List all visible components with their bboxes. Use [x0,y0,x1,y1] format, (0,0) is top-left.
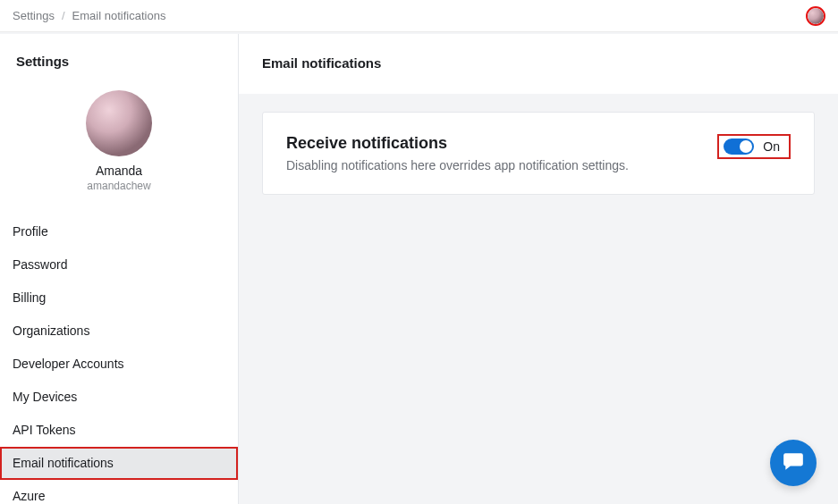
sidebar-item-developer-accounts[interactable]: Developer Accounts [0,348,238,381]
user-avatar-large[interactable] [86,90,152,156]
breadcrumb-root[interactable]: Settings [13,9,55,22]
avatar-image [808,8,824,24]
sidebar-item-my-devices[interactable]: My Devices [0,381,238,414]
card-description: Disabling notifications here overrides a… [286,158,629,172]
sidebar-item-azure[interactable]: Azure [0,480,238,504]
sidebar-nav: Profile Password Billing Organizations D… [0,212,238,504]
chat-icon [782,449,805,476]
toggle-state-label: On [763,139,780,154]
user-block: Amanda amandachew [0,78,238,212]
sidebar-item-profile[interactable]: Profile [0,215,238,248]
sidebar: Settings Amanda amandachew Profile Passw… [0,34,239,504]
receive-notifications-card: Receive notifications Disabling notifica… [262,112,815,195]
toggle-knob [740,140,752,153]
notifications-toggle-group: On [717,134,791,159]
sidebar-item-api-tokens[interactable]: API Tokens [0,414,238,447]
chat-widget-button[interactable] [770,440,817,486]
sidebar-item-billing[interactable]: Billing [0,281,238,315]
user-avatar-small[interactable] [806,6,825,26]
breadcrumb-separator: / [62,9,65,22]
sidebar-item-email-notifications[interactable]: Email notifications [0,447,238,480]
card-title: Receive notifications [286,134,629,153]
user-display-name: Amanda [96,164,142,178]
sidebar-title: Settings [16,54,222,69]
content-area: Email notifications Receive notification… [239,34,838,504]
breadcrumb-current: Email notifications [72,9,166,22]
breadcrumb: Settings / Email notifications [13,9,165,22]
page-title: Email notifications [262,55,815,71]
sidebar-item-organizations[interactable]: Organizations [0,315,238,348]
notifications-toggle[interactable] [724,139,754,155]
sidebar-item-password[interactable]: Password [0,248,238,281]
user-username: amandachew [87,180,150,192]
